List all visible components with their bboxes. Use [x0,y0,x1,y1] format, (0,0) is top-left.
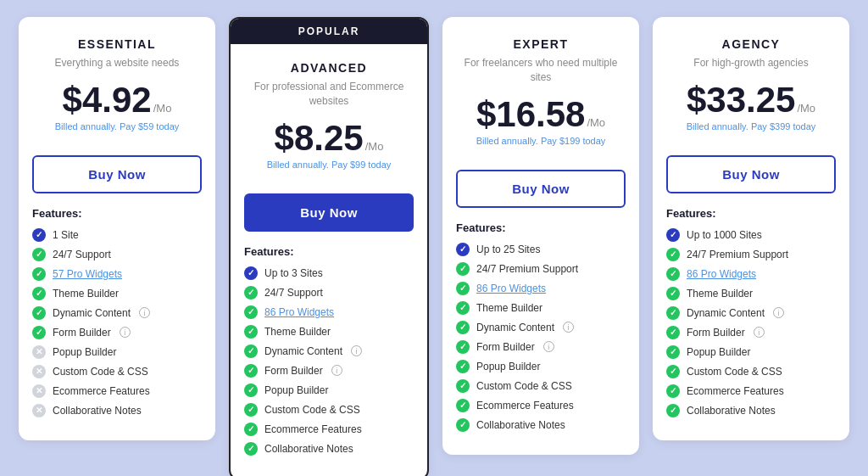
feature-icon: ✓ [456,399,470,412]
feature-icon: ✓ [456,340,470,354]
plan-header-expert: Expert For freelancers who need multiple… [442,17,639,170]
feature-text: Popup Builder [53,346,116,358]
price-billing: Billed annually. Pay $99 today [244,160,414,170]
feature-text: Ecommerce Features [53,385,150,397]
plan-card-agency: Agency For high-growth agencies $33.25 /… [653,17,849,440]
info-icon[interactable]: i [120,327,131,338]
buy-button-expert[interactable]: Buy Now [456,170,626,208]
info-icon[interactable]: i [543,341,554,352]
feature-icon: ✓ [244,384,258,397]
feature-text: Custom Code & CSS [264,404,360,416]
feature-item: ✓ Popup Builder [244,384,414,397]
feature-icon: ✓ [244,344,258,358]
feature-text: Custom Code & CSS [687,366,782,378]
feature-text: Dynamic Content [53,307,131,319]
feature-item: ✓ Up to 3 Sites [244,266,414,280]
feature-icon: ✓ [456,282,470,295]
feature-text: Up to 25 Sites [476,244,540,255]
feature-text: Dynamic Content [687,307,765,319]
feature-item: ✓ 86 Pro Widgets [456,282,626,295]
feature-text: Theme Builder [476,302,542,314]
feature-icon: ✕ [32,365,46,378]
price-dollar: $4.92 [63,82,152,118]
plan-desc: For freelancers who need multiple sites [456,56,626,85]
features-label: Features: [244,245,414,258]
feature-icon: ✓ [32,248,46,261]
plan-desc: For professional and Ecommerce websites [244,80,414,109]
feature-text: Custom Code & CSS [53,366,148,378]
feature-icon: ✕ [32,345,46,359]
feature-text: Collaborative Notes [476,419,565,431]
feature-text: 24/7 Support [264,287,323,299]
buy-button-agency[interactable]: Buy Now [666,155,836,193]
feature-item: ✓ 1 Site [32,228,202,242]
feature-icon: ✓ [244,403,258,417]
info-icon[interactable]: i [773,307,784,318]
feature-item: ✓ Dynamic Contenti [32,306,202,320]
feature-item: ✓ 24/7 Support [244,286,414,300]
feature-icon: ✓ [244,364,258,378]
features-section-agency: Features: ✓ Up to 1000 Sites ✓ 24/7 Prem… [653,207,849,417]
features-label: Features: [32,207,202,220]
feature-icon: ✓ [456,418,470,432]
plan-price-row: $33.25 /Mo [666,82,836,118]
feature-text: Collaborative Notes [264,443,353,455]
feature-text: Dynamic Content [476,322,554,333]
feature-icon: ✓ [244,325,258,339]
feature-item: ✓ Theme Builder [666,287,836,300]
feature-text: Popup Builder [687,346,750,358]
features-label: Features: [456,221,626,234]
feature-link[interactable]: 86 Pro Widgets [476,283,546,294]
feature-item: ✓ Theme Builder [32,287,202,300]
feature-item: ✓ Collaborative Notes [456,418,626,432]
info-icon[interactable]: i [563,322,574,333]
feature-text: Up to 1000 Sites [687,229,762,241]
feature-item: ✓ Custom Code & CSS [666,365,836,378]
feature-icon: ✓ [666,384,680,398]
info-icon[interactable]: i [351,345,362,356]
features-section-expert: Features: ✓ Up to 25 Sites ✓ 24/7 Premiu… [442,221,639,432]
plan-desc: Everything a website needs [32,56,202,70]
feature-icon: ✕ [32,384,46,398]
plan-price-row: $16.58 /Mo [456,97,626,132]
feature-link[interactable]: 86 Pro Widgets [687,268,756,280]
plan-card-expert: Expert For freelancers who need multiple… [442,17,639,455]
feature-item: ✓ Up to 25 Sites [456,243,626,256]
plan-card-advanced: POPULAR Advanced For professional and Ec… [229,17,429,476]
info-icon[interactable]: i [139,307,150,318]
price-dollar: $33.25 [687,82,795,118]
feature-link[interactable]: 57 Pro Widgets [53,268,122,280]
feature-icon: ✓ [456,262,470,276]
buy-button-advanced[interactable]: Buy Now [244,193,414,232]
info-icon[interactable]: i [754,327,765,338]
feature-item: ✓ 86 Pro Widgets [244,305,414,319]
feature-item: ✕ Popup Builder [32,345,202,359]
price-mo: /Mo [365,140,384,153]
buy-button-essential[interactable]: Buy Now [32,155,202,193]
feature-item: ✓ 24/7 Premium Support [456,262,626,276]
pricing-container: Essential Everything a website needs $4.… [19,17,849,476]
feature-icon: ✓ [32,267,46,281]
feature-link[interactable]: 86 Pro Widgets [264,306,334,318]
feature-item: ✕ Collaborative Notes [32,404,202,417]
feature-icon: ✓ [456,301,470,315]
info-icon[interactable]: i [331,365,342,376]
feature-text: Dynamic Content [264,345,342,357]
feature-text: 24/7 Support [53,249,111,260]
plan-name: Essential [32,37,202,51]
feature-text: 24/7 Premium Support [687,249,788,260]
feature-item: ✓ Dynamic Contenti [666,306,836,320]
feature-item: ✓ Ecommerce Features [666,384,836,398]
feature-item: ✓ Collaborative Notes [666,404,836,417]
feature-item: ✓ Ecommerce Features [244,423,414,436]
price-mo: /Mo [587,116,605,129]
plan-card-essential: Essential Everything a website needs $4.… [19,17,215,440]
price-billing: Billed annually. Pay $399 today [666,121,836,132]
feature-item: ✓ Theme Builder [456,301,626,315]
feature-icon: ✓ [456,321,470,334]
feature-icon: ✓ [456,360,470,373]
plan-name: Agency [666,37,836,51]
feature-icon: ✓ [666,345,680,359]
feature-text: Form Builder [476,341,535,353]
plan-price-row: $4.92 /Mo [32,82,202,118]
